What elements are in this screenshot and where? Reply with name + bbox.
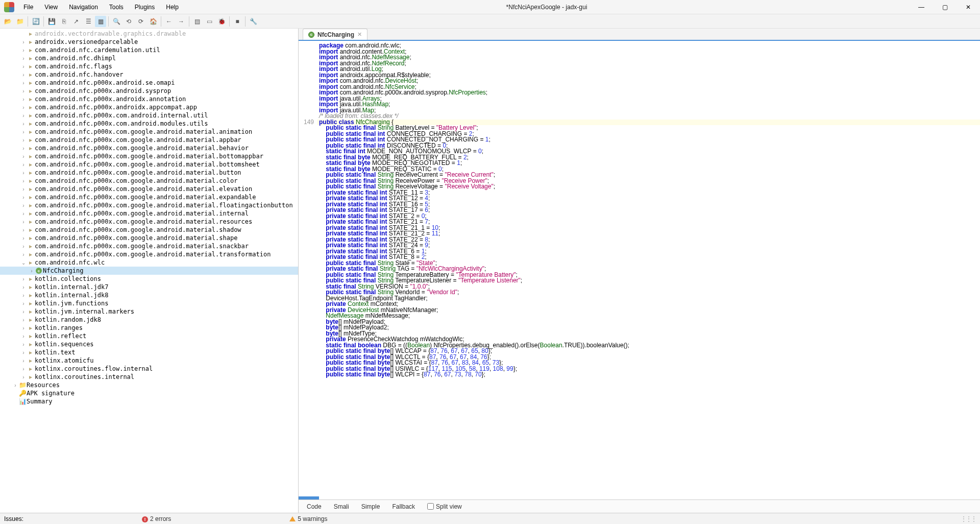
resize-grip[interactable]: ⋮⋮⋮ <box>961 515 976 522</box>
tree-item[interactable]: ›▸com.android.nfc.p000x.com.google.andro… <box>0 177 298 185</box>
log-button[interactable]: ▤ <box>191 16 203 27</box>
tree-item[interactable]: ›▸com.android.nfc.p000x.com.google.andro… <box>0 152 298 160</box>
tree-item[interactable]: ›▸com.android.nfc.p000x.android.se.omapi <box>0 79 298 87</box>
home-button[interactable]: 🏠 <box>148 16 159 27</box>
tree-item[interactable]: ›▸kotlin.internal.jdk7 <box>0 283 298 291</box>
tab-nfccharging[interactable]: c NfcCharging ✕ <box>303 29 368 40</box>
code-editor[interactable]: package com.android.nfc.wlc;import andro… <box>299 41 980 496</box>
tree-item[interactable]: 📊Summary <box>0 397 298 406</box>
wrench-button[interactable]: 🔧 <box>248 16 259 27</box>
nav-back-button[interactable]: ← <box>163 16 175 27</box>
code-line[interactable]: public static final byte[] WLCPI = {87, … <box>299 372 980 378</box>
find-fwd-button[interactable]: ⟳ <box>135 16 146 27</box>
tree-item[interactable]: ›▸com.android.nfc.p000x.com.google.andro… <box>0 201 298 209</box>
tree-item[interactable]: ›▸com.android.nfc.cardemulation.util <box>0 46 298 54</box>
plus-folder-button[interactable]: 📁 <box>14 16 26 27</box>
tree-item[interactable]: ›▸kotlinx.coroutines.internal <box>0 373 298 381</box>
code-line[interactable]: DeviceHost.TagEndpoint TagHandler; <box>299 296 980 302</box>
close-button[interactable]: ✕ <box>957 0 980 14</box>
tree-item[interactable]: ›▸com.android.nfc.p000x.com.google.andro… <box>0 169 298 177</box>
project-tree[interactable]: ▸androidx.vectordrawable.graphics.drawab… <box>0 29 299 513</box>
tree-item[interactable]: ›▸com.android.nfc.p000x.com.google.andro… <box>0 234 298 242</box>
tree-item[interactable]: ›▸com.android.nfc.p000x.com.google.andro… <box>0 226 298 234</box>
tree-item[interactable]: ▸androidx.vectordrawable.graphics.drawab… <box>0 30 298 38</box>
tree-item[interactable]: ›▸kotlin.random.jdk8 <box>0 316 298 324</box>
tree-item[interactable]: ›▸kotlinx.atomicfu <box>0 356 298 365</box>
code-line[interactable]: NdefMessage mNdefMessage; <box>299 313 980 319</box>
code-line[interactable]: import android.nfc.NdefRecord; <box>299 61 980 67</box>
tree-item[interactable]: ›▸com.android.nfc.dhimpl <box>0 54 298 62</box>
tree-item[interactable]: ›▸com.android.nfc.p000x.com.google.andro… <box>0 242 298 250</box>
line-number <box>299 243 317 249</box>
tree-item[interactable]: ›cNfcCharging <box>0 267 298 275</box>
nav-fwd-button[interactable]: → <box>176 16 187 27</box>
minimize-button[interactable]: ― <box>910 0 933 14</box>
tree-item[interactable]: ›▸com.android.nfc.p000x.com.google.andro… <box>0 185 298 193</box>
search-button[interactable]: 🔍 <box>111 16 122 27</box>
tree-item[interactable]: ›▸com.android.nfc.p000x.com.google.andro… <box>0 128 298 136</box>
bug-button[interactable]: 🐞 <box>216 16 227 27</box>
stop-button[interactable]: ■ <box>232 16 243 27</box>
tree-item[interactable]: ›▸kotlin.jvm.internal.markers <box>0 307 298 316</box>
warning-count[interactable]: 5 warnings <box>289 515 327 522</box>
view-tab-smali[interactable]: Smali <box>334 503 349 510</box>
tree-item[interactable]: ›▸com.android.nfc.p000x.com.android.inte… <box>0 111 298 120</box>
view-tab-code[interactable]: Code <box>307 503 322 510</box>
save-separate-button[interactable]: ⎘ <box>58 16 69 27</box>
tree-item[interactable]: ›▸com.android.nfc.p000x.com.google.andro… <box>0 144 298 152</box>
highlight-button[interactable]: ▦ <box>95 16 106 27</box>
tree-item[interactable]: ›▸com.android.nfc.p000x.android.sysprop <box>0 87 298 95</box>
export-button[interactable]: ↗ <box>70 16 82 27</box>
code-line[interactable]: import java.util.HashMap; <box>299 102 980 108</box>
tree-item[interactable]: ›▸com.android.nfc.p000x.com.google.andro… <box>0 193 298 201</box>
tree-item[interactable]: ›▸com.android.nfc.p000x.com.google.andro… <box>0 136 298 144</box>
tree-item[interactable]: ›▸kotlin.collections <box>0 275 298 283</box>
tree-item[interactable]: ›▸com.android.nfc.p000x.com.google.andro… <box>0 160 298 169</box>
error-count[interactable]: !2 errors <box>142 515 171 522</box>
tree-item[interactable]: ›▸kotlinx.coroutines.flow.internal <box>0 365 298 373</box>
code-line[interactable]: import java.util.Arrays; <box>299 96 980 102</box>
tree-item[interactable]: ›▸com.android.nfc.handover <box>0 70 298 79</box>
tree-item[interactable]: ›▸kotlin.internal.jdk8 <box>0 291 298 299</box>
tab-close-icon[interactable]: ✕ <box>357 31 362 38</box>
code-line[interactable]: byte[] mNdefPayload; <box>299 319 980 325</box>
menu-view[interactable]: View <box>39 2 63 13</box>
tree-item[interactable]: ›▸kotlin.reflect <box>0 332 298 340</box>
goto-line-button[interactable]: ☰ <box>83 16 94 27</box>
tree-item[interactable]: 🔑APK signature <box>0 389 298 397</box>
menu-navigation[interactable]: Navigation <box>64 2 103 13</box>
code-line[interactable]: byte[] mNdefPayload2; <box>299 325 980 331</box>
view-tab-fallback[interactable]: Fallback <box>392 503 415 510</box>
tree-item[interactable]: ›▸com.android.nfc.p000x.com.google.andro… <box>0 218 298 226</box>
view-tab-simple[interactable]: Simple <box>361 503 380 510</box>
tree-item[interactable]: ›▸com.android.nfc.p000x.com.google.andro… <box>0 209 298 218</box>
tree-item[interactable]: ›▸com.android.nfc.p000x.com.google.andro… <box>0 250 298 258</box>
menu-file[interactable]: File <box>18 2 38 13</box>
menu-help[interactable]: Help <box>161 2 184 13</box>
save-button[interactable]: 💾 <box>46 16 57 27</box>
split-view-checkbox[interactable] <box>427 503 434 510</box>
tree-item[interactable]: ›📁Resources <box>0 381 298 389</box>
maximize-button[interactable]: ▢ <box>933 0 957 14</box>
folder-open-button[interactable]: 📂 <box>2 16 13 27</box>
find-back-button[interactable]: ⟲ <box>123 16 134 27</box>
tree-item[interactable]: ›▸com.android.nfc.flags <box>0 62 298 70</box>
device-button[interactable]: ▭ <box>204 16 215 27</box>
code-line[interactable]: import java.util.Map; <box>299 108 980 114</box>
tree-item[interactable]: ⌄▸com.android.nfc.wlc <box>0 258 298 267</box>
split-view-toggle[interactable]: Split view <box>427 503 462 510</box>
refresh-button[interactable]: 🔄 <box>30 16 41 27</box>
menu-plugins[interactable]: Plugins <box>130 2 160 13</box>
code-line[interactable]: /* loaded from: classes.dex */ <box>299 113 980 120</box>
tree-item[interactable]: ›▸kotlin.ranges <box>0 324 298 332</box>
code-line[interactable]: import com.android.nfc.p000x.android.sys… <box>299 90 980 96</box>
tree-item[interactable]: ›▸com.android.nfc.p000x.androidx.appcomp… <box>0 103 298 111</box>
tree-item[interactable]: ›▸com.android.nfc.p000x.com.android.modu… <box>0 120 298 128</box>
tree-item[interactable]: ›▸androidx.versionedparcelable <box>0 38 298 46</box>
tree-item[interactable]: ›▸com.android.nfc.p000x.androidx.annotat… <box>0 95 298 103</box>
tree-item[interactable]: ›▸kotlin.sequences <box>0 340 298 348</box>
chevron-icon: › <box>20 358 27 364</box>
menu-tools[interactable]: Tools <box>104 2 129 13</box>
tree-item[interactable]: ›▸kotlin.text <box>0 348 298 356</box>
tree-item[interactable]: ›▸kotlin.jvm.functions <box>0 299 298 307</box>
